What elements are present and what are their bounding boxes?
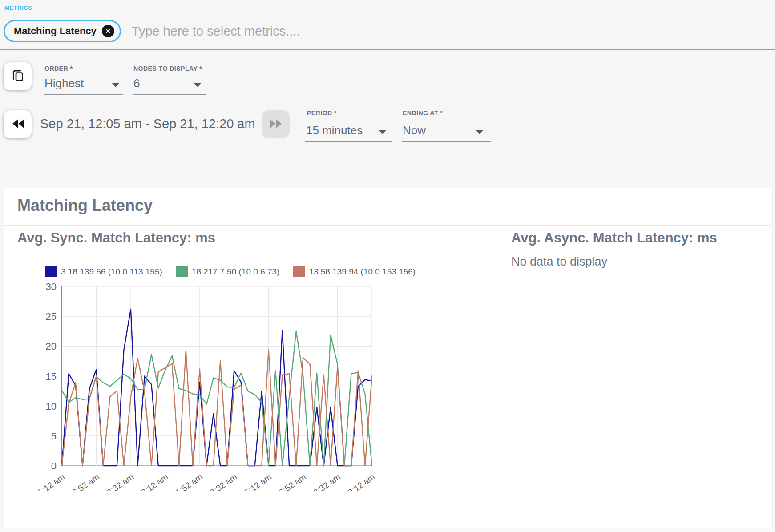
bottom-strip (0, 528, 775, 532)
svg-text:10: 10 (46, 401, 57, 412)
panel-title: Matching Latency (17, 196, 153, 215)
svg-text:12:11:52 am: 12:11:52 am (161, 472, 204, 491)
svg-text:25: 25 (46, 311, 57, 322)
legend-item-0: 3.18.139.56 (10.0.113.155) (45, 266, 162, 277)
ending-at-select[interactable]: Now (403, 124, 426, 137)
metrics-search-input[interactable] (132, 24, 771, 39)
ending-at-label: ENDING AT * (403, 109, 443, 117)
nodes-caret-icon[interactable] (194, 83, 201, 87)
chip-remove-icon[interactable]: ✕ (102, 25, 114, 37)
nodes-to-display-select[interactable]: 6 (133, 77, 140, 90)
time-forward-button[interactable] (262, 110, 290, 138)
legend-item-2: 13.58.139.94 (10.0.153.156) (293, 266, 416, 277)
metrics-chip-row: Matching Latency ✕ (4, 20, 771, 43)
metrics-bar-underline (0, 49, 775, 50)
svg-text:0: 0 (51, 460, 57, 472)
order-caret-icon[interactable] (112, 83, 119, 87)
async-chart-empty-message: No data to display (511, 255, 607, 269)
time-back-button[interactable] (4, 110, 32, 138)
metric-chip-label: Matching Latency (14, 25, 97, 37)
matching-latency-panel: Matching Latency Avg. Sync. Match Latenc… (4, 188, 771, 528)
legend-series-label: 18.217.7.50 (10.0.6.73) (192, 267, 280, 277)
copy-chart-button[interactable] (4, 62, 32, 90)
order-select[interactable]: Highest (44, 77, 84, 90)
metric-chip-matching-latency[interactable]: Matching Latency ✕ (4, 20, 121, 42)
copy-icon (11, 69, 25, 84)
nodes-to-display-label: NODES TO DISPLAY * (133, 65, 202, 72)
ending-at-underline (402, 141, 491, 142)
time-range-text: Sep 21, 12:05 am - Sep 21, 12:20 am (40, 117, 255, 131)
period-underline (305, 141, 392, 142)
ending-at-caret-icon[interactable] (476, 130, 483, 134)
svg-text:20: 20 (46, 341, 57, 352)
legend-series-label: 3.18.139.56 (10.0.113.155) (61, 267, 162, 277)
order-label: ORDER * (44, 65, 73, 72)
legend-item-1: 18.217.7.50 (10.0.6.73) (176, 266, 280, 277)
sync-latency-line-chart: 05101520253012:05:12 am12:06:52 am12:08:… (37, 281, 384, 491)
chart-legend: 3.18.139.56 (10.0.113.155)18.217.7.50 (1… (45, 266, 416, 277)
nodes-underline (133, 94, 206, 95)
legend-swatch-icon (293, 266, 305, 277)
async-chart-title: Avg. Async. Match Latency: ms (511, 230, 717, 246)
panel-divider (4, 225, 771, 226)
fast-forward-icon (267, 118, 284, 131)
rewind-icon (9, 118, 26, 131)
svg-text:5: 5 (51, 431, 57, 442)
svg-text:12:05:12 am: 12:05:12 am (37, 472, 66, 491)
legend-swatch-icon (176, 266, 188, 277)
period-label: PERIOD * (307, 109, 337, 117)
period-select[interactable]: 15 minutes (306, 124, 363, 137)
svg-text:30: 30 (46, 281, 57, 292)
svg-text:15: 15 (46, 371, 57, 382)
sync-chart-title: Avg. Sync. Match Latency: ms (17, 230, 215, 246)
metrics-dashboard-page: METRICS Matching Latency ✕ ORDER * Highe… (0, 0, 775, 532)
period-caret-icon[interactable] (379, 130, 386, 134)
metrics-section-label: METRICS (4, 4, 32, 11)
legend-series-label: 13.58.139.94 (10.0.153.156) (309, 267, 416, 277)
order-underline (44, 94, 123, 95)
legend-swatch-icon (45, 266, 57, 277)
